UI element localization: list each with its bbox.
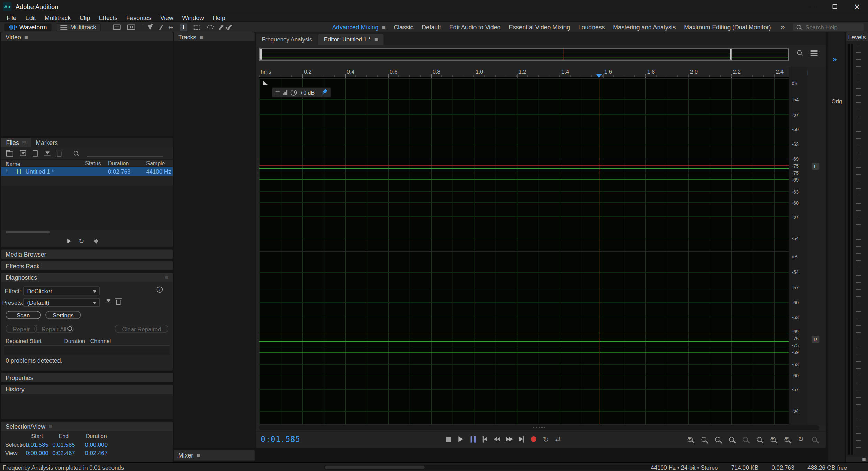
pause-button[interactable]: [469, 435, 476, 444]
play-button[interactable]: [457, 435, 464, 444]
orig-tab-label[interactable]: Orig: [831, 99, 842, 105]
preview-play-icon[interactable]: [67, 239, 71, 243]
tab-editor-untitled-1[interactable]: Editor: Untitled 1 *: [318, 34, 383, 45]
expander-icon[interactable]: [6, 167, 8, 174]
channel-left-badge[interactable]: L: [812, 163, 819, 170]
time-selection-tool-icon[interactable]: I: [180, 23, 187, 31]
delete-preset-icon[interactable]: [116, 300, 121, 305]
column-repaired[interactable]: Repaired: [6, 338, 28, 344]
multitrack-view-button[interactable]: Multitrack: [56, 23, 101, 31]
loop-playback-button[interactable]: ↻: [543, 435, 549, 444]
channel-right-badge[interactable]: R: [812, 336, 819, 343]
waveform-display[interactable]: [259, 78, 789, 424]
waveform-view-button[interactable]: Waveform: [4, 23, 52, 31]
workspace-tab-maximum-editing[interactable]: Maximum Editing (Dual Monitor): [684, 24, 771, 30]
selection-view-header[interactable]: Selection/View: [1, 422, 173, 431]
paintbrush-selection-tool-icon[interactable]: [218, 24, 223, 30]
lasso-selection-tool-icon[interactable]: [207, 25, 214, 29]
hud-grabber-icon[interactable]: [263, 80, 268, 85]
insert-into-multitrack-icon[interactable]: [44, 151, 51, 155]
selection-duration-value[interactable]: 0:00.000: [83, 441, 110, 448]
column-channel[interactable]: Channel: [90, 338, 111, 344]
move-tool-icon[interactable]: [148, 24, 155, 31]
tab-markers[interactable]: Markers: [31, 138, 63, 147]
playhead-line[interactable]: [599, 78, 600, 424]
new-file-icon[interactable]: [33, 150, 37, 156]
menu-edit[interactable]: Edit: [21, 14, 40, 21]
panel-menu-icon[interactable]: [200, 34, 203, 40]
scrollbar-thumb[interactable]: [325, 466, 425, 469]
menu-view[interactable]: View: [156, 14, 178, 21]
files-search-field[interactable]: [87, 150, 163, 156]
workspace-tab-classic[interactable]: Classic: [394, 24, 413, 30]
selection-end-value[interactable]: 0:01.585: [51, 441, 76, 448]
info-icon[interactable]: [157, 287, 163, 293]
hud-pin-icon[interactable]: [320, 88, 329, 97]
menu-favorites[interactable]: Favorites: [122, 14, 156, 21]
diagnostics-header[interactable]: Diagnostics: [1, 273, 173, 282]
view-duration-value[interactable]: 0:02.467: [83, 450, 110, 456]
expand-panels-icon[interactable]: »: [833, 55, 837, 63]
zoom-out-button[interactable]: [700, 435, 708, 443]
waveform-display-icon[interactable]: [113, 24, 120, 30]
view-end-value[interactable]: 0:02.467: [51, 450, 76, 456]
navigator-playhead[interactable]: [563, 49, 564, 61]
properties-header[interactable]: Properties: [1, 373, 173, 382]
files-search-icon[interactable]: [74, 151, 78, 156]
razor-tool-icon[interactable]: [159, 24, 163, 30]
menu-multitrack[interactable]: Multitrack: [40, 14, 75, 21]
preview-loop-icon[interactable]: ↻: [79, 237, 84, 244]
maximize-button[interactable]: [824, 0, 846, 13]
skip-to-end-button[interactable]: [518, 435, 525, 444]
zoom-in-button[interactable]: [686, 435, 694, 443]
files-horizontal-scrollbar[interactable]: [1, 230, 173, 234]
time-display[interactable]: 0:01.585: [261, 435, 300, 444]
help-search-box[interactable]: [793, 23, 864, 31]
zoom-left-edge-button[interactable]: [769, 435, 777, 443]
panel-menu-icon[interactable]: [165, 274, 168, 281]
presets-dropdown[interactable]: (Default): [23, 298, 100, 307]
workspace-overflow-icon[interactable]: »: [781, 23, 785, 31]
menu-window[interactable]: Window: [178, 14, 208, 21]
scan-button[interactable]: Scan: [6, 311, 41, 319]
search-input[interactable]: [804, 23, 860, 31]
effects-rack-header[interactable]: Effects Rack: [1, 261, 173, 270]
clear-repaired-button[interactable]: Clear Repaired: [115, 325, 169, 333]
playhead-marker[interactable]: [596, 74, 602, 78]
tab-files[interactable]: Files: [1, 138, 31, 147]
waveform-channel-right[interactable]: [259, 252, 789, 424]
open-file-icon[interactable]: [6, 151, 13, 156]
zoom-navigator[interactable]: [259, 48, 789, 61]
workspace-tab-default[interactable]: Default: [422, 24, 441, 30]
workspace-tab-essential-video-mixing[interactable]: Essential Video Mixing: [509, 24, 570, 30]
zoom-amplitude-button[interactable]: [755, 435, 763, 443]
autoplay-speaker-icon[interactable]: [92, 238, 98, 244]
fast-forward-button[interactable]: [506, 435, 513, 444]
selection-start-value[interactable]: 0:01.585: [24, 441, 50, 448]
levels-meter-area[interactable]: [846, 41, 868, 457]
video-panel-header[interactable]: Video: [1, 32, 173, 41]
import-file-icon[interactable]: [20, 150, 26, 156]
view-start-value[interactable]: 0:00.000: [24, 450, 50, 456]
history-header[interactable]: History: [1, 385, 173, 394]
repair-search-icon[interactable]: [67, 326, 72, 331]
levels-header[interactable]: Levels: [846, 32, 868, 41]
workspace-tab-edit-audio-to-video[interactable]: Edit Audio to Video: [449, 24, 500, 30]
navigator-zoom-icon[interactable]: [797, 50, 802, 55]
waveform-channel-left[interactable]: [259, 78, 789, 251]
slip-tool-icon[interactable]: ↔: [168, 24, 173, 31]
effect-dropdown[interactable]: DeClicker: [23, 287, 100, 296]
hud-gain-value[interactable]: +0 dB: [300, 89, 315, 95]
menu-effects[interactable]: Effects: [94, 14, 122, 21]
shuttle-button[interactable]: ⇄: [555, 435, 561, 444]
panel-menu-icon[interactable]: [49, 423, 52, 430]
hud-grip-icon[interactable]: [276, 90, 280, 95]
save-preset-icon[interactable]: [105, 299, 111, 303]
media-browser-header[interactable]: Media Browser: [1, 249, 173, 259]
rewind-button[interactable]: [494, 435, 500, 444]
file-row-untitled-1[interactable]: Untitled 1 * 0:02.763 44100 Hz: [1, 167, 173, 176]
reset-zoom-button[interactable]: ↻: [797, 435, 805, 443]
panel-menu-icon[interactable]: [197, 452, 200, 458]
tab-frequency-analysis[interactable]: Frequency Analysis: [256, 34, 318, 45]
marquee-selection-tool-icon[interactable]: [193, 25, 200, 29]
